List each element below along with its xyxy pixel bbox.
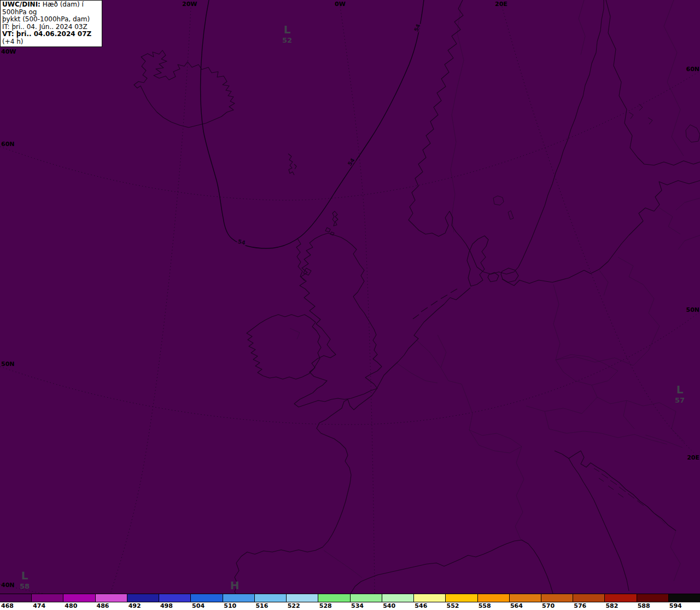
colorbar-tick-label: 552 — [447, 602, 459, 609]
graticule-label: 50N — [686, 307, 699, 313]
colorbar-tick-label: 510 — [224, 602, 236, 609]
colorbar-tick-label: 480 — [65, 602, 77, 609]
coast-croatian-islands — [594, 468, 644, 506]
colorbar-segment-588 — [637, 594, 669, 602]
colorbar-segment-540 — [382, 594, 414, 602]
graticule-label: 60N — [1, 141, 15, 147]
colorbar-tick-label: 582 — [605, 602, 618, 609]
title-line-3: IT: þri.. 04. Jún.. 2024 03Z — [2, 24, 100, 31]
colorbar-tick-label: 534 — [351, 602, 364, 609]
title-box: UWC/DINI: Hæð (dam) í 500hPa og þykkt (5… — [0, 0, 102, 47]
meridian-20w — [110, 8, 191, 594]
colorbar-tick-label: 594 — [669, 602, 682, 609]
colorbar-segment-468 — [0, 594, 32, 602]
parallel-50n — [0, 312, 700, 425]
coast-hebrides — [296, 239, 311, 281]
colorbar-segment-558 — [478, 594, 510, 602]
title-line-2: þykkt (500-1000hPa, dam) — [2, 16, 100, 24]
coast-finland-baltics — [502, 0, 700, 286]
graticule-label: 40W — [1, 49, 16, 55]
colorbar-segment-552 — [446, 594, 477, 602]
colorbar-tick-label: 588 — [638, 602, 650, 609]
colorbar-segment-492 — [127, 594, 159, 602]
pressure-letter: H — [230, 580, 240, 591]
parallel-60n — [0, 71, 700, 200]
parallel-40n — [0, 584, 98, 594]
coast-ireland — [247, 315, 321, 379]
colorbar-segment-522 — [287, 594, 318, 602]
colorbar-tick-label: 468 — [1, 602, 14, 609]
colorbar-tick-label: 504 — [192, 602, 205, 609]
pressure-center-h: H — [230, 580, 240, 591]
coast-faroes — [288, 154, 296, 175]
contour-label: 54 — [237, 239, 246, 246]
colorbar-segment-576 — [573, 594, 605, 602]
map-svg: 54 54 54 — [0, 0, 700, 594]
pressure-value: 52 — [282, 37, 292, 44]
colorbar-segment-564 — [510, 594, 541, 602]
contour-line — [201, 0, 424, 248]
coastlines — [0, 0, 700, 594]
graticule-label: 50N — [1, 361, 15, 367]
colorbar-tick-label: 498 — [160, 602, 173, 609]
colorbar-segment-582 — [605, 594, 637, 602]
colorbar-segment-546 — [414, 594, 446, 602]
colorbar-tick-label: 570 — [542, 602, 555, 609]
colorbar-segment-480 — [63, 594, 95, 602]
pressure-center-l: L57 — [675, 384, 685, 404]
colorbar-tick-label: 486 — [97, 602, 109, 609]
coast-denmark — [467, 236, 518, 286]
contour-label: 54 — [347, 157, 356, 167]
coast-shetland — [325, 211, 338, 235]
coast-lakes — [493, 104, 700, 219]
colorbar-segment-504 — [191, 594, 223, 602]
colorbar-tick-label: 522 — [288, 602, 300, 609]
coast-frisian-islands — [413, 289, 457, 319]
colorbar-segment-594 — [669, 594, 700, 602]
coast-scandinavia — [409, 0, 604, 274]
colorbar-tick-label: 540 — [383, 602, 395, 609]
graticule-label: 20E — [495, 1, 508, 7]
graticule-label: 20W — [182, 1, 197, 7]
colorbar-segment-570 — [541, 594, 573, 602]
graticule-label: 20E — [687, 455, 699, 461]
meridian-0w — [340, 7, 375, 594]
graticule-label: 40N — [1, 582, 15, 588]
colorbar-tick-label: 516 — [255, 602, 268, 609]
colorbar-tick-label: 492 — [129, 602, 141, 609]
pressure-letter: L — [675, 384, 685, 395]
weather-map: 54 54 54 UWC/DINI: Hæð (dam) í 500hPa og… — [0, 0, 700, 594]
coast-mediterranean — [351, 540, 553, 594]
coast-iceland — [134, 50, 235, 127]
colorbar-segment-516 — [255, 594, 287, 602]
graticule-label: 60N — [686, 66, 699, 72]
country-borders — [290, 0, 700, 581]
colorbar-segment-486 — [96, 594, 127, 602]
colorbar-tick-label: 576 — [574, 602, 586, 609]
pressure-value: 58 — [20, 583, 30, 590]
title-line-4: VT: þri.. 04.06.2024 07Z (+4 h) — [2, 31, 100, 45]
colorbar-segment-510 — [223, 594, 255, 602]
colorbar-segment-534 — [351, 594, 382, 602]
colorbar-tick-label: 546 — [415, 602, 427, 609]
pressure-letter: L — [20, 570, 30, 581]
height-contour-540: 54 54 54 — [201, 0, 424, 248]
colorbar — [0, 594, 700, 602]
colorbar-segment-474 — [32, 594, 63, 602]
pressure-letter: L — [282, 24, 292, 35]
title-line-1: UWC/DINI: Hæð (dam) í 500hPa og — [2, 1, 100, 16]
pressure-value: 57 — [675, 397, 685, 404]
colorbar-segment-498 — [159, 594, 191, 602]
colorbar-tick-label: 474 — [33, 602, 45, 609]
colorbar-segment-528 — [318, 594, 350, 602]
pressure-center-l: L58 — [20, 570, 30, 590]
meridian-20e — [502, 7, 700, 458]
graticule-label: 0W — [335, 1, 346, 7]
pressure-center-l: L52 — [282, 24, 292, 44]
graticule-lines — [0, 7, 700, 594]
colorbar-labels: 4684744804864924985045105165225285345405… — [0, 602, 700, 610]
coast-adriatic — [555, 451, 676, 591]
colorbar-tick-label: 564 — [510, 602, 523, 609]
colorbar-tick-label: 558 — [479, 602, 491, 609]
coast-west-europe — [235, 288, 470, 594]
